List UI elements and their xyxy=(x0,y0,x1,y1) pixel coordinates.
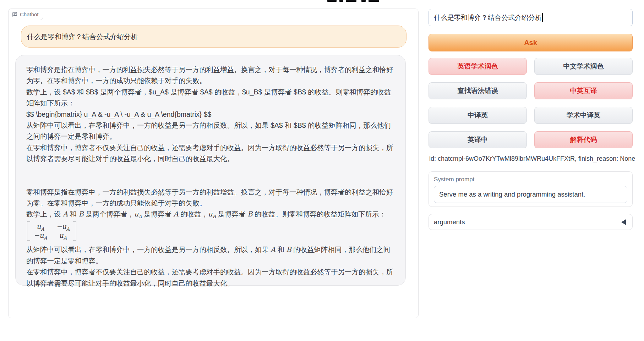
bot-paragraph: 在零和博弈中，博弈者不仅要关注自己的收益，还需要考虑对手的收益。因为一方取得的收… xyxy=(26,266,395,289)
math-var: A xyxy=(173,210,178,218)
matrix-cell: uA xyxy=(37,222,44,231)
quick-action-chinese-polish-button[interactable]: 中文学术润色 xyxy=(534,58,633,75)
text-cursor xyxy=(542,13,543,22)
math-var: A xyxy=(271,246,275,254)
quick-action-explain-code-button[interactable]: 解释代码 xyxy=(534,131,633,148)
clipped-heading-fragment xyxy=(327,0,384,2)
system-prompt-group: System prompt Serve me as a writing and … xyxy=(429,171,633,207)
ask-button[interactable]: Ask xyxy=(429,34,633,51)
quick-action-en-to-zh-button[interactable]: 英译中 xyxy=(429,131,527,148)
payoff-matrix: uA −uA −uA uA xyxy=(27,221,76,241)
bot-paragraph-math: 从矩阵中可以看出，在零和博弈中，一方的收益是另一方的相反数。所以，如果 A 和 … xyxy=(26,244,395,266)
bot-latex-source: $$ \begin{bmatrix} u_A & -u_A \ -u_A & u… xyxy=(26,109,395,120)
bot-paragraph: 零和博弈是指在博弈中，一方的利益损失必然等于另一方的利益增益。换言之，对于每一种… xyxy=(26,187,395,209)
matrix-cell: −uA xyxy=(56,222,70,231)
response-status-line: id: chatcmpl-6wOo7KrYTwMl89lbrMWRu4UkFFX… xyxy=(429,155,633,163)
quick-action-academic-zh-to-en-button[interactable]: 学术中译英 xyxy=(534,107,633,124)
quick-action-find-grammar-errors-button[interactable]: 查找语法错误 xyxy=(429,82,527,99)
question-input-value: 什么是零和博弈？结合公式介绍分析 xyxy=(434,14,542,21)
quick-action-zh-to-en-button[interactable]: 中译英 xyxy=(429,107,527,124)
user-message-bubble: 什么是零和博弈？结合公式介绍分析 xyxy=(21,26,406,48)
bot-paragraph-math: 数学上，设 A 和 B 是两个博弈者，uA 是博弈者 A 的收益，uB 是博弈者… xyxy=(26,209,395,220)
question-input[interactable]: 什么是零和博弈？结合公式介绍分析 xyxy=(429,9,633,26)
section-gap xyxy=(26,165,395,187)
bot-paragraph: 在零和博弈中，博弈者不仅要关注自己的收益，还需要考虑对手的收益。因为一方取得的收… xyxy=(26,142,395,165)
chatbot-panel: Chatbot 什么是零和博弈？结合公式介绍分析 零和博弈是指在博弈中，一方的利… xyxy=(8,9,419,318)
chat-bubble-icon xyxy=(12,12,17,17)
bot-paragraph: 零和博弈是指在博弈中，一方的利益损失必然等于另一方的利益增益。换言之，对于每一种… xyxy=(26,64,395,87)
math-var: B xyxy=(286,246,291,254)
chatbot-label-text: Chatbot xyxy=(20,11,39,17)
quick-action-zh-en-mutual-translate-button[interactable]: 中英互译 xyxy=(534,82,633,99)
system-prompt-input[interactable]: Serve me as a writing and programming as… xyxy=(434,186,627,203)
quick-action-english-polish-button[interactable]: 英语学术润色 xyxy=(429,58,527,75)
matrix-right-bracket xyxy=(73,221,76,241)
accordion-collapse-arrow-icon[interactable] xyxy=(621,219,626,225)
chatbot-label: Chatbot xyxy=(8,9,43,20)
math-var: A xyxy=(63,210,68,218)
bot-paragraph: 从矩阵中可以看出，在零和博弈中，一方的收益是另一方的相反数。所以，如果 $A$ … xyxy=(26,120,395,142)
matrix-cell: uA xyxy=(59,231,67,240)
bot-paragraph: 数学上，设 $A$ 和 $B$ 是两个博弈者，$u_A$ 是博弈者 $A$ 的收… xyxy=(26,87,395,109)
matrix-cell: −uA xyxy=(34,231,47,240)
system-prompt-label: System prompt xyxy=(434,176,632,183)
math-var: u xyxy=(134,210,139,218)
matrix-left-bracket xyxy=(27,221,30,241)
math-var: B xyxy=(247,210,252,218)
user-message-text: 什么是零和博弈？结合公式介绍分析 xyxy=(27,32,138,42)
math-var: B xyxy=(78,210,83,218)
arguments-accordion-label: arguments xyxy=(434,218,465,226)
bot-message-bubble: 零和博弈是指在博弈中，一方的利益损失必然等于另一方的利益增益。换言之，对于每一种… xyxy=(15,55,406,286)
math-var: u xyxy=(208,210,213,218)
arguments-accordion[interactable]: arguments xyxy=(429,214,633,230)
